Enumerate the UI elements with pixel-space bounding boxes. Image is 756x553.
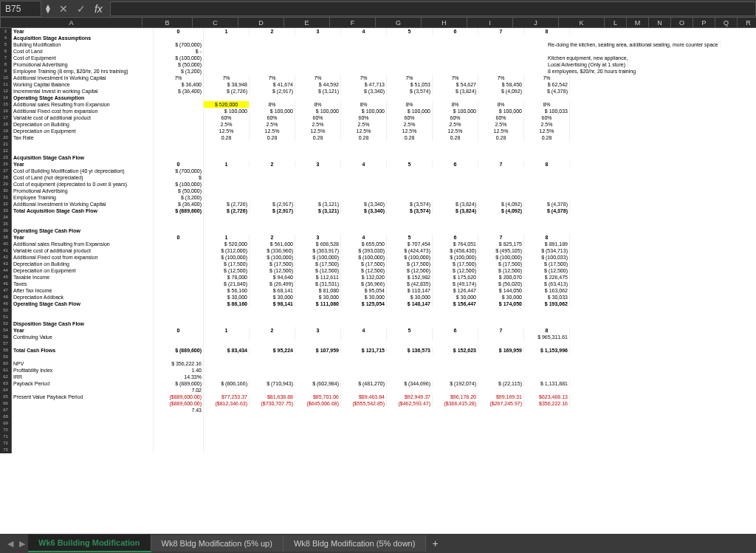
row-number[interactable]: 4 bbox=[0, 35, 12, 41]
cell[interactable]: Profitability Index bbox=[12, 367, 154, 374]
cell[interactable]: $ (100,000) bbox=[341, 254, 387, 261]
tab-wk8-down[interactable]: Wk8 Bldg Modification (5% down) bbox=[284, 535, 426, 552]
cell[interactable]: $ 1,131,881 bbox=[524, 380, 570, 387]
cell[interactable]: 4 bbox=[341, 28, 387, 35]
cell[interactable] bbox=[341, 334, 387, 340]
cell[interactable] bbox=[154, 214, 204, 221]
col-header-L[interactable]: L bbox=[605, 18, 627, 27]
cell[interactable] bbox=[154, 114, 204, 121]
row-number[interactable]: 28 bbox=[0, 174, 12, 181]
row-number[interactable]: 58 bbox=[0, 347, 12, 354]
cell[interactable]: Employee Training (8 emp, $20/hr, 20 hrs… bbox=[12, 68, 154, 75]
cell[interactable]: 3 bbox=[295, 234, 341, 241]
cell[interactable]: $ 561,600 bbox=[250, 241, 295, 247]
cell[interactable]: 7.43 bbox=[154, 407, 204, 413]
cell[interactable]: $ (26,499) bbox=[250, 281, 295, 287]
cell[interactable] bbox=[154, 287, 204, 294]
cell[interactable] bbox=[12, 440, 154, 447]
cell[interactable] bbox=[154, 141, 204, 148]
cell[interactable]: $ (336,960) bbox=[250, 247, 295, 254]
cell[interactable]: $ (3,824) bbox=[433, 207, 478, 214]
cell[interactable]: $ 891,189 bbox=[524, 241, 570, 247]
cell[interactable]: Employee Training bbox=[12, 194, 154, 201]
cell[interactable]: $ 94,640 bbox=[250, 274, 295, 281]
col-header-J[interactable]: J bbox=[513, 18, 559, 27]
cell[interactable]: $ 30,000 bbox=[295, 294, 341, 300]
cell[interactable]: Taxes bbox=[12, 281, 154, 287]
cell[interactable] bbox=[154, 121, 204, 128]
cell[interactable] bbox=[154, 320, 204, 327]
cell[interactable]: $ (889,600) bbox=[154, 347, 204, 354]
cell[interactable]: Promotional Advertising bbox=[12, 188, 154, 194]
cell[interactable]: $ (3,574) bbox=[387, 201, 433, 207]
cell[interactable]: Depreciation on Equipment bbox=[12, 267, 154, 274]
cell[interactable]: $ 62,542 bbox=[524, 81, 570, 88]
cell[interactable] bbox=[12, 433, 154, 440]
cell[interactable]: 12.5% bbox=[204, 128, 250, 134]
cell[interactable]: $ 965,311.61 bbox=[524, 334, 570, 340]
cell[interactable]: Working Capital Balance bbox=[12, 81, 154, 88]
cell[interactable]: $ 152,982 bbox=[387, 274, 433, 281]
cell[interactable]: 7% bbox=[433, 75, 478, 81]
row-number[interactable]: 35 bbox=[0, 221, 12, 227]
col-header-O[interactable]: O bbox=[671, 18, 693, 27]
cell[interactable]: $ 226,475 bbox=[524, 274, 570, 281]
cell[interactable]: Additional Investment in Working Capital bbox=[12, 75, 154, 81]
row-number[interactable]: 52 bbox=[0, 320, 12, 327]
cell[interactable] bbox=[154, 241, 204, 247]
cell[interactable]: $ (100,000) bbox=[154, 181, 204, 188]
cell[interactable]: $ (100,000) bbox=[387, 254, 433, 261]
cell[interactable]: 7.02 bbox=[154, 387, 204, 394]
cell[interactable]: 8% bbox=[295, 101, 341, 108]
cell[interactable]: $ (50,000) bbox=[154, 61, 204, 68]
cell[interactable]: $ (393,030) bbox=[341, 247, 387, 254]
cell[interactable]: $ 110,147 bbox=[387, 287, 433, 294]
cell[interactable]: $623,468.13 bbox=[524, 394, 570, 400]
cell[interactable]: 4 bbox=[341, 161, 387, 168]
cell[interactable]: ($730,707.75) bbox=[250, 400, 295, 407]
cell[interactable]: $ (63,413) bbox=[524, 281, 570, 287]
cell[interactable]: $ 100,000 bbox=[387, 108, 433, 114]
cell-reference[interactable]: B75 bbox=[0, 1, 41, 17]
cell[interactable] bbox=[295, 334, 341, 340]
cell[interactable]: $ (36,966) bbox=[341, 281, 387, 287]
cell[interactable]: IRR bbox=[12, 374, 154, 380]
row-number[interactable]: 27 bbox=[0, 168, 12, 174]
cell[interactable]: 5 bbox=[387, 327, 433, 334]
col-header-K[interactable]: K bbox=[559, 18, 605, 27]
cell[interactable]: Operating Stage Cash Flow bbox=[12, 300, 154, 307]
row-number[interactable]: 68 bbox=[0, 413, 12, 420]
cell[interactable]: 7% bbox=[154, 75, 204, 81]
row-number[interactable]: 34 bbox=[0, 214, 12, 221]
cell[interactable]: 2.5% bbox=[250, 121, 295, 128]
row-number[interactable]: 32 bbox=[0, 201, 12, 207]
cell[interactable]: 0 bbox=[154, 327, 204, 334]
cell[interactable]: $ 111,080 bbox=[295, 300, 341, 307]
cell[interactable]: Disposition Stage Cash Flow bbox=[12, 320, 154, 327]
cell[interactable]: $ (806,166) bbox=[204, 380, 250, 387]
col-header-Q[interactable]: Q bbox=[715, 18, 738, 27]
cell[interactable] bbox=[12, 307, 154, 314]
cell[interactable] bbox=[12, 221, 154, 227]
cell[interactable]: 12.5% bbox=[524, 128, 570, 134]
cell[interactable]: 14.33% bbox=[154, 374, 204, 380]
cell[interactable] bbox=[387, 334, 433, 340]
cell[interactable]: $ (17,500) bbox=[433, 261, 478, 267]
row-number[interactable]: 12 bbox=[0, 88, 12, 95]
cell[interactable]: $ 100,000 bbox=[295, 108, 341, 114]
cell[interactable]: 8% bbox=[433, 101, 478, 108]
row-number[interactable]: 15 bbox=[0, 101, 12, 108]
row-number[interactable]: 46 bbox=[0, 281, 12, 287]
cell[interactable]: $ 152,623 bbox=[433, 347, 478, 354]
cell[interactable]: $ 655,050 bbox=[341, 241, 387, 247]
cell[interactable]: 6 bbox=[433, 161, 478, 168]
cell[interactable]: $ 86,160 bbox=[204, 300, 250, 307]
row-number[interactable]: 42 bbox=[0, 254, 12, 261]
row-number[interactable]: 63 bbox=[0, 380, 12, 387]
cell[interactable]: $ (42,835) bbox=[387, 281, 433, 287]
cell[interactable]: $ bbox=[154, 174, 204, 181]
cell[interactable]: $ (2,917) bbox=[250, 207, 295, 214]
cell[interactable]: 0 bbox=[154, 234, 204, 241]
row-number[interactable]: 61 bbox=[0, 367, 12, 374]
cell[interactable]: $ 121,715 bbox=[341, 347, 387, 354]
